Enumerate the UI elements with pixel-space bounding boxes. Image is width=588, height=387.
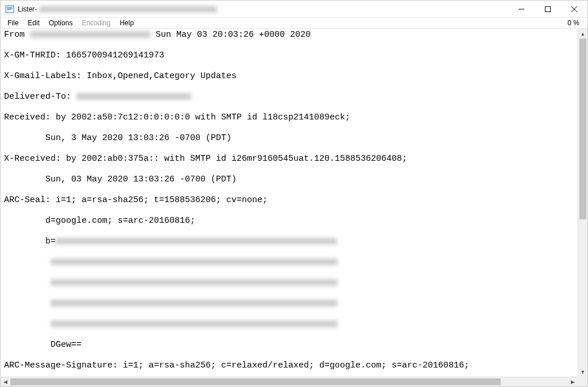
- app-window: Lister - File Edit Options Encoding Help…: [0, 0, 588, 387]
- svg-rect-0: [6, 6, 14, 13]
- app-icon: [5, 5, 14, 14]
- titlebar: Lister -: [1, 1, 587, 18]
- menu-encoding[interactable]: Encoding: [77, 18, 115, 28]
- maximize-button[interactable]: [535, 1, 561, 18]
- menubar: File Edit Options Encoding Help 0 %: [1, 18, 587, 29]
- svg-rect-5: [546, 6, 551, 11]
- minimize-button[interactable]: [508, 1, 535, 18]
- scrollbar-corner: [578, 377, 587, 386]
- close-button[interactable]: [561, 1, 587, 18]
- email-headers-text: From Sun May 03 20:03:26 +0000 2020 X-GM…: [1, 29, 587, 386]
- menu-options[interactable]: Options: [44, 18, 77, 28]
- vscroll-thumb[interactable]: [579, 38, 586, 219]
- content-area: From Sun May 03 20:03:26 +0000 2020 X-GM…: [1, 29, 587, 386]
- menu-file[interactable]: File: [3, 18, 23, 28]
- scroll-percent: 0 %: [567, 19, 585, 27]
- scroll-right-arrow-icon[interactable]: ▶: [568, 377, 578, 386]
- vertical-scrollbar[interactable]: ▲ ▼: [578, 29, 587, 377]
- scroll-left-arrow-icon[interactable]: ◀: [1, 377, 10, 386]
- scroll-down-arrow-icon[interactable]: ▼: [578, 367, 587, 377]
- menu-help[interactable]: Help: [115, 18, 138, 28]
- text-viewport[interactable]: From Sun May 03 20:03:26 +0000 2020 X-GM…: [1, 29, 587, 386]
- horizontal-scrollbar[interactable]: ◀ ▶: [1, 377, 578, 386]
- hscroll-track[interactable]: [10, 377, 568, 386]
- title-app: Lister: [18, 5, 34, 13]
- title-filename-redacted: [39, 6, 217, 13]
- title-sep: -: [34, 5, 37, 13]
- vscroll-track[interactable]: [578, 38, 587, 367]
- menu-edit[interactable]: Edit: [23, 18, 44, 28]
- scroll-up-arrow-icon[interactable]: ▲: [578, 29, 587, 38]
- hscroll-thumb[interactable]: [10, 378, 501, 385]
